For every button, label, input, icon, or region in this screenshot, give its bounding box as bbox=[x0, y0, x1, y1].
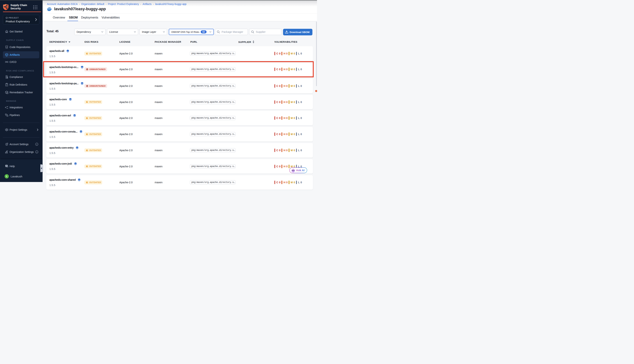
svg-text:?: ? bbox=[6, 165, 7, 166]
